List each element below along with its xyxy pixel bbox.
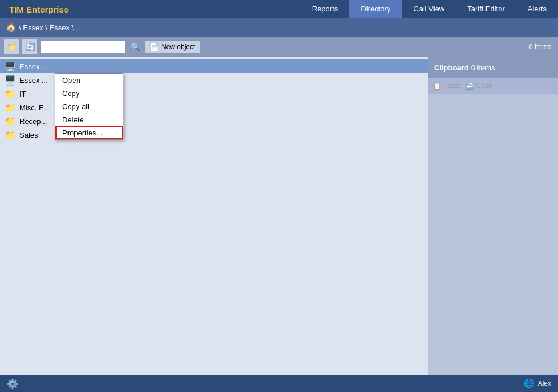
server-icon: 🖥️ [5, 75, 16, 86]
folder-icon: 📁 [5, 89, 16, 99]
context-menu: Open Copy Copy all Delete Properties... [55, 73, 123, 140]
upload-icon: 📁 [7, 42, 17, 51]
clipboard-body [428, 94, 558, 375]
nav-tariffeditor[interactable]: Tariff Editor [456, 0, 516, 18]
folder-icon: 📁 [5, 130, 16, 141]
clipboard-actions: 📋 Paste ↩️ Clear [428, 78, 558, 94]
clipboard-header: Clipboard 0 items [428, 57, 558, 78]
nav-directory[interactable]: Directory [349, 0, 402, 18]
home-icon[interactable]: 🏠 [6, 22, 17, 33]
search-icon: 🔍 [130, 42, 140, 51]
folder-icon: 📁 [5, 116, 16, 127]
refresh-button[interactable]: 🔄 [22, 39, 38, 55]
list-item-name: Essex ... [19, 76, 48, 85]
context-menu-properties[interactable]: Properties... [55, 126, 123, 139]
folder-icon: 📁 [5, 102, 16, 113]
new-object-button[interactable]: 📄 New object [144, 40, 200, 54]
clear-label: Clear [476, 82, 492, 90]
navbar: TIM Enterprise Reports Directory Call Vi… [0, 0, 558, 18]
nav-alerts[interactable]: Alerts [516, 0, 558, 18]
clear-icon: ↩️ [465, 82, 474, 90]
new-object-icon: 📄 [149, 42, 159, 51]
breadcrumb-text: \ Essex \ Essex \ [19, 23, 74, 32]
list-item-name: Sales [19, 131, 38, 139]
app-logo: TIM Enterprise [0, 5, 78, 14]
new-object-label: New object [161, 43, 195, 51]
nav-callview[interactable]: Call View [402, 0, 456, 18]
user-name: Alex [538, 379, 551, 387]
context-menu-copy-all[interactable]: Copy all [55, 100, 123, 113]
paste-label: Paste [443, 82, 461, 90]
breadcrumb: 🏠 \ Essex \ Essex \ [0, 18, 558, 37]
upload-button[interactable]: 📁 [3, 39, 19, 55]
globe-icon: 🌐 [524, 378, 535, 389]
list-item[interactable]: 🖥️ Essex ... [0, 59, 428, 73]
clipboard-panel: Clipboard 0 items 📋 Paste ↩️ Clear [428, 57, 558, 375]
server-icon: 🖥️ [5, 61, 16, 72]
clipboard-count: 0 items [471, 63, 495, 72]
list-item-name: Misc. E... [19, 103, 50, 112]
refresh-icon: 🔄 [25, 42, 35, 51]
list-item-name: IT [19, 90, 26, 98]
clear-button[interactable]: ↩️ Clear [465, 82, 492, 90]
statusbar-right: 🌐 Alex [524, 378, 551, 389]
paste-button[interactable]: 📋 Paste [433, 82, 461, 90]
toolbar: 📁 🔄 🔍 📄 New object 6 items [0, 37, 558, 57]
context-menu-open[interactable]: Open [55, 74, 123, 87]
settings-icon[interactable]: ⚙️ [7, 378, 18, 389]
logo-tim: TIM [9, 5, 24, 14]
search-button[interactable]: 🔍 [128, 40, 142, 54]
item-count: 6 items [529, 43, 551, 51]
search-input[interactable] [40, 41, 126, 53]
context-menu-copy[interactable]: Copy [55, 87, 123, 100]
nav-reports[interactable]: Reports [301, 0, 350, 18]
list-item-name: Recep... [19, 117, 47, 126]
clipboard-title: Clipboard [434, 63, 469, 72]
context-menu-delete[interactable]: Delete [55, 113, 123, 126]
list-item-name: Essex ... [19, 62, 48, 71]
paste-icon: 📋 [433, 82, 441, 90]
statusbar: ⚙️ 🌐 Alex [0, 375, 558, 392]
logo-enterprise: Enterprise [24, 5, 69, 14]
